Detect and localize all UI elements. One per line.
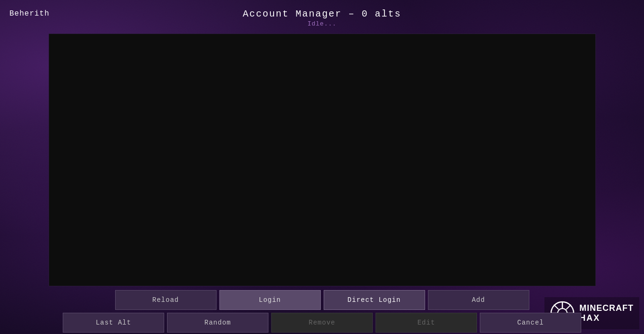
add-button[interactable]: Add xyxy=(428,290,529,310)
main-title: Account Manager – 0 alts xyxy=(9,9,635,19)
button-row-1: Reload Login Direct Login Add xyxy=(49,290,596,310)
remove-button: Remove xyxy=(271,313,373,333)
random-button[interactable]: Random xyxy=(167,313,268,333)
status-text: Idle... xyxy=(9,20,635,27)
bottom-buttons: Reload Login Direct Login Add Last Alt R… xyxy=(49,290,596,333)
direct-login-button[interactable]: Direct Login xyxy=(324,290,425,310)
account-list-panel xyxy=(49,34,596,286)
reload-button[interactable]: Reload xyxy=(115,290,217,310)
last-alt-button[interactable]: Last Alt xyxy=(63,313,164,333)
title-section: Account Manager – 0 alts Idle... xyxy=(9,9,635,27)
branding: Beherith xyxy=(9,9,50,18)
cancel-button[interactable]: Cancel xyxy=(480,313,581,333)
edit-button: Edit xyxy=(376,313,477,333)
button-row-2: Last Alt Random Remove Edit Cancel xyxy=(49,313,596,333)
header: Beherith Account Manager – 0 alts Idle..… xyxy=(0,5,644,31)
login-button[interactable]: Login xyxy=(219,290,321,310)
branding-name: Beherith xyxy=(9,9,50,18)
